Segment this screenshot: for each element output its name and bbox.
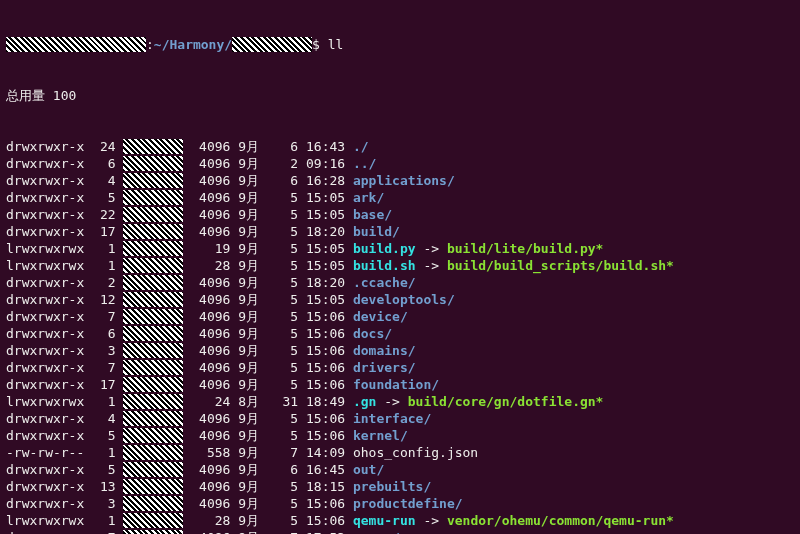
month: 9月 xyxy=(238,411,259,426)
day: 6 xyxy=(259,173,306,188)
redacted-owner xyxy=(123,258,183,273)
month: 9月 xyxy=(238,343,259,358)
month: 9月 xyxy=(238,309,259,324)
file-name: ohos_config.json xyxy=(353,445,478,460)
size: 4096 xyxy=(183,139,238,154)
redacted-owner xyxy=(123,139,183,154)
time: 15:06 xyxy=(306,496,353,511)
file-name: drivers/ xyxy=(353,360,416,375)
list-item: drwxrwxr-x 7 4096 9月 5 15:06 drivers/ xyxy=(6,359,794,376)
month: 9月 xyxy=(238,139,259,154)
time: 16:28 xyxy=(306,173,353,188)
perm: drwxrwxr-x xyxy=(6,462,92,477)
size: 4096 xyxy=(183,207,238,222)
perm: drwxrwxr-x xyxy=(6,190,92,205)
size: 4096 xyxy=(183,190,238,205)
redacted-owner xyxy=(123,241,183,256)
perm: drwxrwxr-x xyxy=(6,411,92,426)
links: 3 xyxy=(92,343,123,358)
prompt-dollar: $ xyxy=(312,37,320,52)
file-name: docs/ xyxy=(353,326,392,341)
file-name: productdefine/ xyxy=(353,496,463,511)
list-item: drwxrwxr-x 3 4096 9月 5 15:06 domains/ xyxy=(6,342,794,359)
time: 15:05 xyxy=(306,258,353,273)
day: 7 xyxy=(259,445,306,460)
list-item: drwxrwxr-x 2 4096 9月 5 18:20 .ccache/ xyxy=(6,274,794,291)
list-item: drwxrwxr-x 22 4096 9月 5 15:05 base/ xyxy=(6,206,794,223)
size: 4096 xyxy=(183,360,238,375)
file-name: foundation/ xyxy=(353,377,439,392)
day: 5 xyxy=(259,513,306,528)
redacted-owner xyxy=(123,326,183,341)
redacted-owner xyxy=(123,207,183,222)
links: 24 xyxy=(92,139,123,154)
path-mid: ~/Harmony/ xyxy=(154,37,232,52)
terminal[interactable]: :~/Harmony/$ ll 总用量 100 drwxrwxr-x 24 40… xyxy=(0,0,800,534)
perm: drwxrwxr-x xyxy=(6,156,92,171)
time: 15:06 xyxy=(306,513,353,528)
day: 6 xyxy=(259,462,306,477)
redacted-owner xyxy=(123,496,183,511)
list-item: drwxrwxr-x 4 4096 9月 5 15:06 interface/ xyxy=(6,410,794,427)
links: 17 xyxy=(92,377,123,392)
perm: drwxrwxr-x xyxy=(6,530,92,534)
size: 4096 xyxy=(183,156,238,171)
perm: drwxrwxr-x xyxy=(6,326,92,341)
list-item: lrwxrwxrwx 1 19 9月 5 15:05 build.py -> b… xyxy=(6,240,794,257)
perm: drwxrwxr-x xyxy=(6,173,92,188)
day: 5 xyxy=(259,190,306,205)
links: 22 xyxy=(92,207,123,222)
file-name: .ccache/ xyxy=(353,275,416,290)
perm: drwxrwxr-x xyxy=(6,360,92,375)
file-name: domains/ xyxy=(353,343,416,358)
file-name: ../ xyxy=(353,156,376,171)
redacted-owner xyxy=(123,530,183,534)
list-item: -rw-rw-r-- 1 558 9月 7 14:09 ohos_config.… xyxy=(6,444,794,461)
redacted-owner xyxy=(123,275,183,290)
day: 5 xyxy=(259,207,306,222)
links: 7 xyxy=(92,360,123,375)
day: 5 xyxy=(259,496,306,511)
prompt-line: :~/Harmony/$ ll xyxy=(6,36,794,53)
size: 4096 xyxy=(183,377,238,392)
month: 9月 xyxy=(238,496,259,511)
file-name: ./ xyxy=(353,139,369,154)
time: 15:06 xyxy=(306,343,353,358)
redacted-owner xyxy=(123,156,183,171)
file-name: ark/ xyxy=(353,190,384,205)
file-name: .gn xyxy=(353,394,376,409)
redacted-owner xyxy=(123,394,183,409)
perm: drwxrwxr-x xyxy=(6,496,92,511)
perm: drwxrwxr-x xyxy=(6,292,92,307)
time: 18:49 xyxy=(306,394,353,409)
redacted-owner xyxy=(123,309,183,324)
links: 7 xyxy=(92,309,123,324)
total-line: 总用量 100 xyxy=(6,87,794,104)
month: 9月 xyxy=(238,360,259,375)
month: 8月 xyxy=(238,394,259,409)
size: 4096 xyxy=(183,462,238,477)
total-label: 总用量 xyxy=(6,88,45,103)
perm: lrwxrwxrwx xyxy=(6,513,92,528)
day: 5 xyxy=(259,428,306,443)
perm: -rw-rw-r-- xyxy=(6,445,92,460)
perm: drwxrwxr-x xyxy=(6,224,92,239)
links: 12 xyxy=(92,292,123,307)
links: 4 xyxy=(92,411,123,426)
symlink-target: build/core/gn/dotfile.gn* xyxy=(408,394,604,409)
time: 15:06 xyxy=(306,428,353,443)
links: 6 xyxy=(92,326,123,341)
month: 9月 xyxy=(238,530,259,534)
file-name: prebuilts/ xyxy=(353,479,431,494)
size: 19 xyxy=(183,241,238,256)
time: 09:16 xyxy=(306,156,353,171)
size: 4096 xyxy=(183,292,238,307)
links: 5 xyxy=(92,462,123,477)
time: 18:20 xyxy=(306,275,353,290)
list-item: drwxrwxr-x 3 4096 9月 5 15:06 productdefi… xyxy=(6,495,794,512)
total-value: 100 xyxy=(53,88,76,103)
size: 4096 xyxy=(183,428,238,443)
time: 15:06 xyxy=(306,309,353,324)
month: 9月 xyxy=(238,513,259,528)
size: 28 xyxy=(183,513,238,528)
